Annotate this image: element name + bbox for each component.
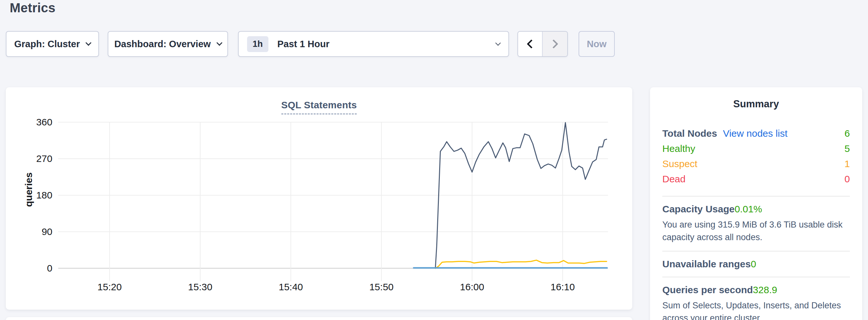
svg-text:360: 360 [36, 118, 52, 127]
dashboard-label: Dashboard: Overview [114, 39, 211, 50]
next-chart-card-partial [6, 317, 632, 320]
next-timeframe-button[interactable] [542, 32, 567, 56]
chevron-down-icon [85, 40, 91, 45]
healthy-value: 5 [844, 143, 850, 154]
suspect-value: 1 [844, 158, 850, 169]
chevron-down-icon [495, 40, 501, 46]
unavailable-ranges-label: Unavailable ranges [662, 259, 751, 269]
svg-text:15:40: 15:40 [279, 282, 303, 292]
capacity-usage-label: Capacity Usage [662, 204, 735, 215]
svg-text:16:10: 16:10 [551, 282, 575, 292]
time-range-label: Past 1 Hour [277, 39, 330, 50]
suspect-label: Suspect [662, 158, 697, 169]
view-nodes-list-link[interactable]: View nodes list [723, 128, 787, 139]
graph-scope-label: Graph: Cluster [14, 39, 80, 50]
capacity-usage-section: Capacity Usage 0.01% You are using 315.9… [662, 204, 850, 244]
healthy-label: Healthy [662, 143, 695, 154]
chevron-right-icon [549, 39, 558, 49]
svg-text:16:00: 16:00 [460, 282, 484, 292]
chart-title-row: SQL Statements [6, 100, 632, 115]
summary-panel: Summary Total Nodes View nodes list 6 He… [650, 87, 862, 320]
dead-nodes-row: Dead 0 [662, 173, 850, 189]
dead-label: Dead [662, 173, 686, 185]
time-range-dropdown[interactable]: 1h Past 1 Hour [238, 31, 509, 57]
svg-text:270: 270 [36, 153, 52, 164]
queries-per-second-value: 328.9 [753, 284, 777, 295]
svg-text:90: 90 [42, 226, 52, 237]
sql-statements-chart[interactable]: 09018027036015:2015:3015:4015:5016:0016:… [16, 118, 615, 296]
divider [662, 251, 850, 252]
suspect-nodes-row: Suspect 1 [662, 158, 850, 173]
summary-title: Summary [662, 98, 850, 110]
queries-per-second-description: Sum of Selects, Updates, Inserts, and De… [662, 299, 850, 320]
time-range-badge: 1h [247, 36, 269, 52]
timeframe-nav-group [518, 31, 568, 57]
capacity-usage-description: You are using 315.9 MiB of 3.6 TiB usabl… [662, 219, 850, 244]
total-nodes-value: 6 [844, 128, 850, 139]
unavailable-ranges-value: 0 [751, 259, 756, 269]
divider [662, 196, 850, 196]
divider [662, 277, 850, 277]
previous-timeframe-button[interactable] [518, 32, 542, 56]
capacity-usage-value: 0.01% [735, 204, 762, 215]
graph-scope-dropdown[interactable]: Graph: Cluster [6, 31, 99, 57]
sql-statements-chart-card: SQL Statements queries 09018027036015:20… [6, 87, 632, 310]
nodes-status-block: Total Nodes View nodes list 6 Healthy 5 … [662, 128, 850, 189]
total-nodes-label: Total Nodes [662, 128, 717, 139]
svg-text:15:30: 15:30 [188, 282, 213, 292]
dead-value: 0 [844, 173, 850, 185]
chevron-down-icon [216, 40, 222, 45]
chevron-left-icon [527, 39, 536, 49]
now-button[interactable]: Now [579, 31, 615, 57]
total-nodes-row: Total Nodes View nodes list 6 [662, 128, 850, 143]
queries-per-second-section: Queries per second 328.9 Sum of Selects,… [662, 284, 850, 320]
svg-text:180: 180 [36, 190, 52, 200]
svg-text:15:20: 15:20 [97, 282, 122, 292]
svg-text:0: 0 [47, 263, 52, 274]
chart-title[interactable]: SQL Statements [281, 100, 357, 115]
healthy-nodes-row: Healthy 5 [662, 143, 850, 158]
dashboard-dropdown[interactable]: Dashboard: Overview [108, 31, 228, 57]
unavailable-ranges-section: Unavailable ranges 0 [662, 259, 850, 269]
queries-per-second-label: Queries per second [662, 284, 753, 295]
page-title: Metrics [10, 1, 55, 15]
svg-text:15:50: 15:50 [369, 282, 394, 292]
